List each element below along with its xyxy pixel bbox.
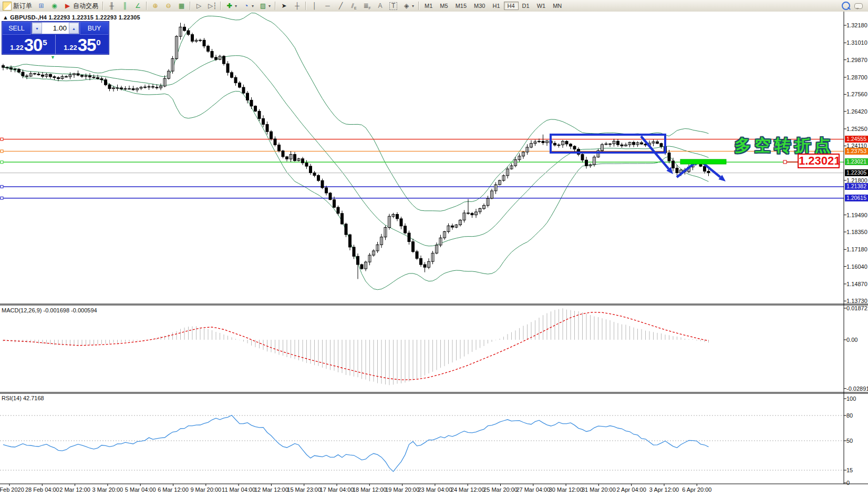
time-label: 3 Mar 20:00	[92, 486, 123, 493]
trade-widget-collapse-button[interactable]: ▼	[50, 55, 55, 60]
time-label: 30 Mar 12:00	[549, 486, 583, 493]
volume-increment-button[interactable]: ▲	[69, 23, 79, 34]
price-tick: 1.16040	[846, 263, 868, 270]
price-tick: 1.19490	[846, 212, 868, 218]
time-label: 31 Mar 20:00	[582, 486, 616, 493]
time-label: 6 Apr 20:00	[682, 486, 711, 493]
volume-decrement-button[interactable]: ▼	[32, 23, 42, 34]
price-tick: 1.26420	[846, 108, 868, 115]
price-badge: 1.23021	[845, 158, 868, 165]
price-tick: 1.32180	[846, 22, 868, 28]
buy-button[interactable]: BUY	[80, 22, 109, 35]
time-label: 27 Mar 04:00	[516, 486, 550, 493]
price-tick: 1.29870	[846, 57, 868, 63]
rsi-tick: 100	[846, 395, 868, 402]
buy-price[interactable]: 1.22350	[56, 35, 109, 54]
price-tick: 1.31010	[846, 39, 868, 46]
time-label: 18 Mar 12:00	[353, 486, 387, 493]
macd-tick: 0.00	[846, 337, 868, 343]
rsi-tick: 80	[846, 412, 868, 419]
symbol-ohlc-line: ▲ GBPUSD-,H4 1.22293 1.22315 1.22293 1.2…	[3, 14, 140, 21]
time-label: 28 Feb 04:00	[25, 486, 59, 493]
price-badge: 1.23753	[845, 148, 868, 155]
rsi-tick: 50	[846, 438, 868, 444]
time-label: 25 Mar 20:00	[483, 486, 518, 493]
price-tick: 1.27560	[846, 91, 868, 97]
price-tick: 1.18350	[846, 229, 868, 235]
time-label: 17 Mar 04:00	[320, 486, 354, 493]
mt4-window: 新订单 ⊞ ◉ ▶ 自动交易 ╫ ║ ∠ ⊕ ⊖ ▦ ▷ ▷┆ ✚▾ ◔▾ ▨▾…	[0, 0, 868, 497]
time-label: 23 Mar 04:00	[418, 486, 452, 493]
price-tick: 1.13730	[846, 298, 868, 304]
price-badge: 1.24555	[845, 136, 868, 143]
price-badge: 1.20615	[845, 195, 868, 201]
rsi-panel-title: RSI(14) 42.7168	[2, 395, 44, 401]
time-label: 15 Mar 23:00	[287, 486, 321, 493]
rsi-tick: 0	[846, 480, 868, 486]
sell-price[interactable]: 1.22305	[2, 35, 56, 54]
time-label: 24 Mar 12:00	[451, 486, 485, 493]
macd-panel-title: MACD(12,26,9) -0.001698 -0.000594	[2, 307, 97, 313]
one-click-trade-widget: SELL ▼ 1.00 ▲ BUY 1.22305 1.22350	[2, 21, 109, 55]
time-label: 19 Mar 20:00	[385, 486, 419, 493]
rsi-tick: 15	[846, 467, 868, 473]
time-label: 6 Feb 2020	[0, 486, 24, 493]
price-callout-label[interactable]: 1.23021	[798, 154, 840, 168]
support-highlight-bar[interactable]	[680, 159, 726, 164]
macd-tick: -0.028913	[846, 386, 868, 392]
time-label: 2 Mar 12:00	[59, 486, 90, 493]
macd-tick: 0.018721	[846, 305, 868, 311]
price-badge: 1.22305	[845, 169, 868, 176]
price-tick: 1.25250	[846, 126, 868, 132]
time-label: 5 Mar 04:00	[125, 486, 156, 493]
sell-button[interactable]: SELL	[2, 22, 31, 35]
price-tick: 1.14870	[846, 281, 868, 287]
time-label: 12 Mar 12:00	[254, 486, 288, 493]
chart-window: ▲ GBPUSD-,H4 1.22293 1.22315 1.22293 1.2…	[0, 12, 868, 497]
volume-stepper: ▼ 1.00 ▲	[32, 22, 79, 34]
time-label: 3 Apr 12:00	[649, 486, 679, 493]
time-label: 2 Apr 04:00	[617, 486, 646, 493]
chart-canvas[interactable]	[0, 0, 868, 497]
price-tick: 1.28700	[846, 74, 868, 80]
price-tick: 1.17180	[846, 246, 868, 252]
time-label: 9 Mar 20:00	[190, 486, 221, 493]
time-label: 6 Mar 12:00	[158, 486, 189, 493]
price-badge: 1.21382	[845, 183, 868, 190]
time-label: 11 Mar 04:00	[222, 486, 255, 493]
